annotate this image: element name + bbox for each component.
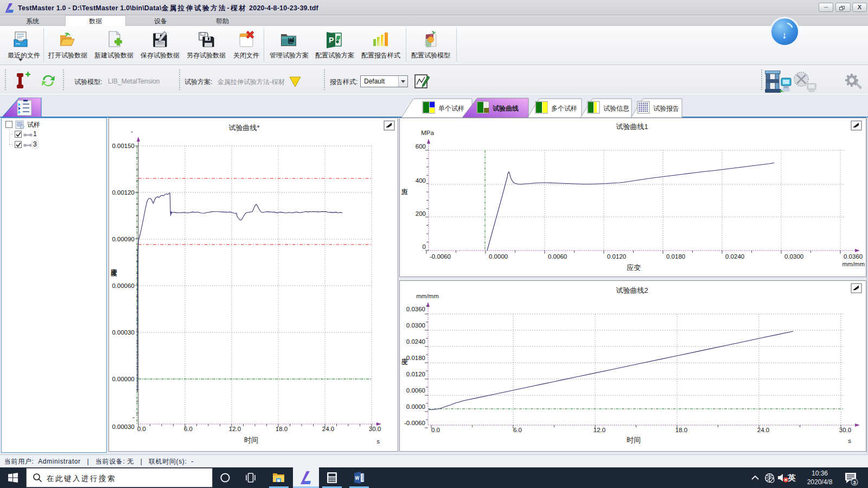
svg-text:试验曲线1: 试验曲线1 — [616, 123, 648, 131]
svg-text:0.00090: 0.00090 — [112, 236, 135, 242]
svg-text:0.0300: 0.0300 — [784, 253, 803, 260]
svg-text:0.00030: 0.00030 — [112, 329, 135, 336]
svg-text:时间: 时间 — [627, 436, 641, 444]
svg-text:0.0240: 0.0240 — [406, 338, 425, 345]
svg-text:3: 3 — [853, 480, 856, 485]
svg-text:400: 400 — [416, 177, 426, 184]
svg-text:-0.0060: -0.0060 — [430, 253, 451, 260]
svg-text:mm/mm: mm/mm — [842, 261, 865, 267]
svg-text:0.00150: 0.00150 — [112, 143, 135, 149]
svg-text:0.0000: 0.0000 — [406, 403, 425, 410]
svg-text:0.0180: 0.0180 — [666, 253, 685, 260]
svg-text:0.00120: 0.00120 — [112, 189, 135, 196]
svg-text:12.0: 12.0 — [229, 426, 241, 432]
svg-text:-: - — [131, 128, 133, 134]
svg-text:24.0: 24.0 — [322, 426, 334, 432]
svg-text:0.00000: 0.00000 — [112, 376, 135, 382]
svg-text:0.0180: 0.0180 — [406, 355, 425, 361]
svg-text:0.0360: 0.0360 — [406, 306, 425, 312]
svg-text:mm/mm: mm/mm — [416, 293, 439, 299]
svg-text:-: - — [132, 414, 135, 420]
svg-text:s: s — [376, 438, 380, 445]
svg-text:0.0060: 0.0060 — [548, 253, 567, 260]
svg-text:时间: 时间 — [244, 436, 258, 444]
svg-text:0.0060: 0.0060 — [406, 387, 425, 394]
svg-text:应变速度: 应变速度 — [110, 263, 118, 277]
svg-text:0.0: 0.0 — [431, 427, 440, 433]
svg-text:200: 200 — [416, 210, 426, 217]
svg-text:s: s — [848, 438, 851, 444]
svg-text:MPa: MPa — [421, 130, 434, 136]
svg-text:18.0: 18.0 — [276, 426, 288, 432]
svg-text:0.0240: 0.0240 — [725, 253, 744, 260]
svg-text:P: P — [329, 36, 334, 44]
svg-text:试验曲线*: 试验曲线* — [228, 124, 259, 132]
svg-text:0.0: 0.0 — [137, 426, 146, 432]
svg-text:0.0120: 0.0120 — [607, 253, 626, 260]
svg-text:600: 600 — [416, 143, 426, 150]
svg-text:试验曲线2: 试验曲线2 — [616, 286, 648, 294]
svg-text:应变: 应变 — [627, 264, 641, 272]
svg-text:0.0120: 0.0120 — [406, 371, 425, 377]
svg-text:0.00030: 0.00030 — [112, 423, 135, 430]
svg-text:0.0360: 0.0360 — [844, 253, 863, 260]
svg-text:6.0: 6.0 — [184, 426, 193, 432]
svg-text:0.0300: 0.0300 — [406, 322, 425, 329]
svg-text:0: 0 — [423, 243, 426, 250]
svg-text:6.0: 6.0 — [513, 427, 522, 433]
svg-text:0.0000: 0.0000 — [489, 253, 508, 260]
svg-text:-0.0060: -0.0060 — [404, 420, 425, 426]
svg-text:30.0: 30.0 — [369, 426, 381, 432]
svg-text:0.00060: 0.00060 — [112, 282, 135, 289]
svg-text:应力: 应力 — [401, 183, 409, 195]
